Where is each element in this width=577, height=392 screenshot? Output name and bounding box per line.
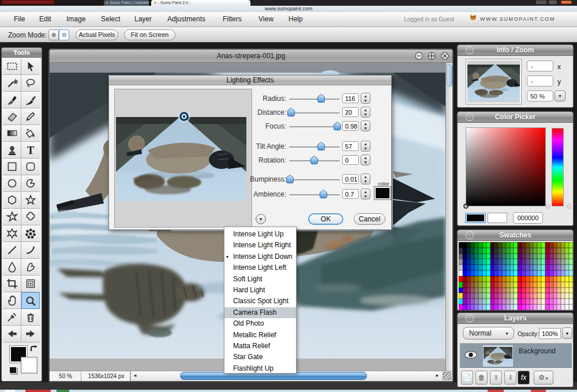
svg-text:T: T (27, 144, 35, 156)
